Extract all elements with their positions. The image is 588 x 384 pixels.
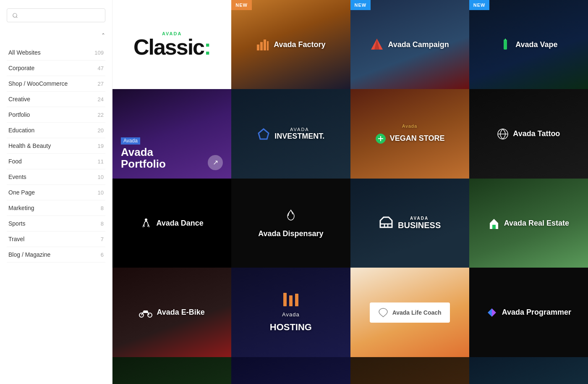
category-label: Portfolio: [8, 111, 30, 118]
tile-campaign[interactable]: NEW Avada Campaign: [350, 0, 469, 89]
category-label: Shop / WooCommerce: [8, 80, 68, 87]
business-inner: AVADABUSINESS: [350, 179, 469, 268]
category-label: Sports: [8, 220, 25, 227]
main-content: AVADA Classic: NEW Avada Factory NEW Ava…: [112, 0, 588, 384]
hosting-label: Avada HOSTING: [267, 289, 315, 336]
search-icon: [12, 13, 18, 18]
sidebar-item-sports[interactable]: Sports8: [7, 216, 105, 231]
dispensary-label: Avada Dispensary: [255, 205, 327, 242]
badge-new: NEW: [469, 0, 490, 10]
tile-dispensary[interactable]: Avada Dispensary: [231, 179, 350, 268]
tile-inner: [112, 357, 231, 384]
dance-inner: Avada Dance: [112, 179, 231, 268]
tile-row5d[interactable]: [469, 357, 588, 384]
tile-portfolio[interactable]: Avada AvadaPortfolio ↗: [112, 89, 231, 178]
sidebar-item-all-websites[interactable]: All Websites109: [7, 45, 105, 60]
category-label: Events: [8, 174, 26, 180]
tattoo-inner: Avada Tattoo: [469, 89, 588, 178]
tile-vegan[interactable]: Avada VEGAN STORE: [350, 89, 469, 178]
category-list: All Websites109Corporate47Shop / WooComm…: [7, 45, 105, 263]
tile-row5a[interactable]: [112, 357, 231, 384]
hosting-inner: Avada HOSTING: [231, 268, 350, 357]
tile-factory[interactable]: NEW Avada Factory: [231, 0, 350, 89]
sidebar-item-shop---woocommerce[interactable]: Shop / WooCommerce27: [7, 76, 105, 92]
category-count: 19: [98, 143, 104, 149]
tile-row5c[interactable]: [350, 357, 469, 384]
tile-programmer[interactable]: Avada Programmer: [469, 268, 588, 357]
tile-row5b[interactable]: [231, 357, 350, 384]
category-label: Education: [8, 127, 34, 134]
sidebar-item-portfolio[interactable]: Portfolio22: [7, 107, 105, 123]
svg-rect-7: [504, 39, 507, 50]
svg-marker-19: [488, 308, 492, 317]
sidebar-item-marketing[interactable]: Marketing8: [7, 200, 105, 216]
tile-inner: [231, 357, 350, 384]
vegan-inner: Avada VEGAN STORE: [350, 89, 469, 178]
category-count: 7: [101, 236, 104, 242]
programmer-label: Avada Programmer: [483, 303, 575, 322]
tile-realestate[interactable]: Avada Real Estate: [469, 179, 588, 268]
portfolio-arrow: ↗: [208, 155, 223, 170]
svg-rect-17: [295, 294, 298, 306]
sidebar-item-education[interactable]: Education20: [7, 123, 105, 138]
badge-new: NEW: [231, 0, 252, 10]
portfolio-label: Avada AvadaPortfolio: [121, 133, 166, 170]
investment-label: AVADAINVESTMENT.: [253, 124, 328, 144]
tile-hosting[interactable]: Avada HOSTING: [231, 268, 350, 357]
sidebar-item-events[interactable]: Events10: [7, 169, 105, 185]
svg-marker-18: [492, 308, 496, 317]
classic-label: Classic:: [133, 36, 210, 58]
category-count: 10: [98, 189, 104, 196]
factory-label: Avada Factory: [253, 34, 329, 55]
classic-logo: AVADA Classic:: [112, 0, 231, 89]
category-count: 24: [98, 96, 104, 103]
svg-rect-1: [257, 45, 259, 50]
category-count: 8: [101, 205, 104, 211]
vegan-label: Avada VEGAN STORE: [371, 120, 448, 148]
svg-rect-4: [267, 41, 269, 50]
programmer-inner: Avada Programmer: [469, 268, 588, 357]
category-label: All Websites: [8, 49, 41, 56]
tile-tattoo[interactable]: Avada Tattoo: [469, 89, 588, 178]
sidebar-item-creative[interactable]: Creative24: [7, 92, 105, 107]
realestate-inner: Avada Real Estate: [469, 179, 588, 268]
vape-label: Avada Vape: [496, 35, 561, 54]
sidebar-item-one-page[interactable]: One Page10: [7, 185, 105, 200]
badge-new: NEW: [350, 0, 371, 10]
svg-rect-2: [260, 42, 263, 50]
category-count: 8: [101, 221, 104, 227]
lifecoach-label: Avada Life Coach: [392, 309, 442, 316]
realestate-label: Avada Real Estate: [485, 214, 572, 232]
tile-lifecoach[interactable]: Avada Life Coach: [350, 268, 469, 357]
category-count: 47: [98, 65, 104, 71]
category-label: Marketing: [8, 205, 34, 211]
sidebar-item-blog---magazine[interactable]: Blog / Magazine6: [7, 247, 105, 263]
sidebar-item-food[interactable]: Food11: [7, 154, 105, 169]
vape-inner: Avada Vape: [469, 0, 588, 89]
category-label: Corporate: [8, 65, 34, 71]
sidebar: ⌃ All Websites109Corporate47Shop / WooCo…: [0, 0, 112, 384]
investment-inner: AVADAINVESTMENT.: [231, 89, 350, 178]
tile-vape[interactable]: NEW Avada Vape: [469, 0, 588, 89]
category-label: Blog / Magazine: [8, 251, 50, 258]
search-box[interactable]: [7, 8, 105, 22]
tile-ebike[interactable]: Avada E-Bike: [112, 268, 231, 357]
tile-classic[interactable]: AVADA Classic:: [112, 0, 231, 89]
svg-point-11: [145, 218, 147, 221]
svg-point-0: [13, 13, 17, 17]
sidebar-item-corporate[interactable]: Corporate47: [7, 60, 105, 76]
dispensary-inner: Avada Dispensary: [231, 179, 350, 268]
category-count: 27: [98, 81, 104, 87]
tile-inner: [469, 357, 588, 384]
category-label: Food: [8, 158, 22, 165]
svg-rect-8: [505, 39, 506, 40]
sidebar-item-health---beauty[interactable]: Health & Beauty19: [7, 138, 105, 154]
search-input[interactable]: [21, 12, 100, 18]
sidebar-item-travel[interactable]: Travel7: [7, 231, 105, 247]
tile-dance[interactable]: Avada Dance: [112, 179, 231, 268]
tile-business[interactable]: AVADABUSINESS: [350, 179, 469, 268]
category-label: Travel: [8, 236, 24, 242]
chevron-up-icon[interactable]: ⌃: [101, 32, 105, 38]
tile-investment[interactable]: AVADAINVESTMENT.: [231, 89, 350, 178]
tattoo-label: Avada Tattoo: [494, 125, 563, 143]
